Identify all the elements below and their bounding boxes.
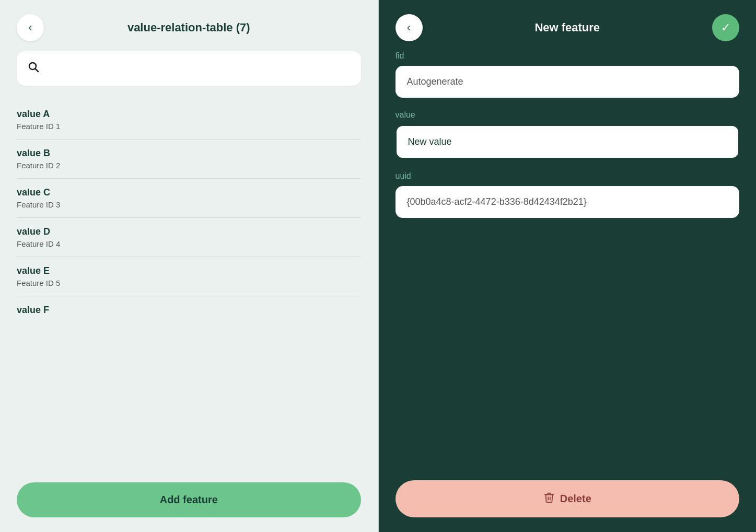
list-item-subtitle: Feature ID 2 (17, 161, 361, 170)
left-panel: ‹ value-relation-table (7) value A Featu… (0, 0, 378, 532)
list-item-subtitle: Feature ID 3 (17, 200, 361, 209)
confirm-button[interactable]: ✓ (712, 14, 739, 41)
list-item[interactable]: value B Feature ID 2 (17, 140, 361, 179)
list-item-subtitle: Feature ID 1 (17, 122, 361, 131)
svg-line-1 (36, 69, 39, 72)
right-panel: ‹ New feature ✓ fid Autogenerate value u… (379, 0, 757, 532)
value-field-group: value (396, 110, 740, 159)
search-icon (27, 61, 40, 76)
search-bar (17, 51, 361, 86)
list-item-title: value B (17, 148, 361, 159)
uuid-field-group: uuid {00b0a4c8-acf2-4472-b336-8d42434f2b… (396, 171, 740, 218)
list-item-title: value C (17, 187, 361, 198)
list-item-subtitle: Feature ID 5 (17, 279, 361, 287)
right-back-button[interactable]: ‹ (396, 14, 423, 41)
list-item[interactable]: value D Feature ID 4 (17, 218, 361, 257)
list-item-title: value F (17, 305, 361, 316)
uuid-input[interactable]: {00b0a4c8-acf2-4472-b336-8d42434f2b21} (396, 186, 740, 218)
list-item-subtitle: Feature ID 4 (17, 239, 361, 248)
right-content: fid Autogenerate value uuid {00b0a4c8-ac… (396, 51, 740, 511)
left-back-button[interactable]: ‹ (17, 14, 44, 41)
checkmark-icon: ✓ (721, 21, 730, 34)
fid-input[interactable]: Autogenerate (396, 66, 740, 98)
value-input[interactable] (396, 125, 740, 159)
list-item[interactable]: value E Feature ID 5 (17, 257, 361, 296)
list-items: value A Feature ID 1 value B Feature ID … (17, 100, 361, 511)
left-back-icon: ‹ (28, 21, 32, 34)
search-input[interactable] (46, 63, 351, 74)
delete-label: Delete (560, 493, 591, 505)
right-panel-title: New feature (534, 21, 600, 34)
delete-button[interactable]: Delete (396, 480, 740, 517)
list-item-partial[interactable]: value F (17, 296, 361, 318)
list-item-title: value A (17, 109, 361, 120)
list-item-title: value E (17, 265, 361, 276)
right-back-icon: ‹ (407, 21, 411, 34)
right-header: ‹ New feature ✓ (396, 21, 740, 34)
list-item[interactable]: value C Feature ID 3 (17, 179, 361, 218)
add-feature-button[interactable]: Add feature (17, 482, 361, 517)
left-panel-title: value-relation-table (7) (127, 21, 250, 34)
trash-icon (543, 492, 555, 506)
list-item[interactable]: value A Feature ID 1 (17, 100, 361, 140)
list-item-title: value D (17, 226, 361, 237)
fid-label: fid (396, 51, 740, 61)
fid-field-group: fid Autogenerate (396, 51, 740, 98)
uuid-label: uuid (396, 171, 740, 181)
left-header: ‹ value-relation-table (7) (17, 21, 361, 34)
value-label: value (396, 110, 740, 120)
